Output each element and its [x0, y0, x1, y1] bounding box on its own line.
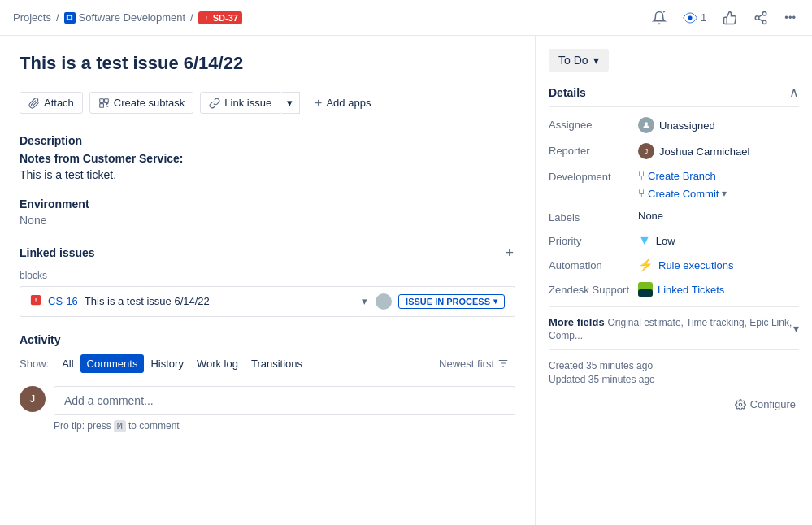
link-issue-button[interactable]: Link issue [200, 92, 280, 114]
comment-input[interactable]: Add a comment... [54, 386, 515, 415]
configure-row: Configure [549, 395, 799, 414]
add-apps-label: Add apps [326, 97, 371, 109]
configure-button[interactable]: Configure [732, 395, 799, 414]
svg-point-6 [763, 11, 767, 15]
svg-rect-13 [100, 103, 104, 107]
assignee-avatar [638, 117, 654, 133]
svg-rect-12 [104, 98, 108, 102]
notification-button[interactable] [649, 7, 670, 28]
rule-executions-link[interactable]: Rule executions [658, 259, 734, 271]
labels-label: Labels [549, 210, 638, 223]
reporter-avatar: J [638, 143, 654, 159]
tab-transitions[interactable]: Transitions [245, 354, 309, 373]
top-nav: Projects / Software Development / ! SD-3… [0, 0, 812, 36]
sep2: / [190, 11, 193, 24]
svg-rect-1 [68, 16, 72, 20]
svg-point-16 [645, 122, 648, 125]
created-timestamp: Created 35 minutes ago [549, 360, 799, 371]
linked-issue-item: ! CS-16 This is a test issue 6/14/22 ▾ I… [20, 286, 515, 317]
project-icon [64, 12, 76, 24]
tab-all[interactable]: All [55, 354, 80, 373]
linked-issues-section: Linked issues + blocks ! CS-16 This is a… [20, 243, 515, 317]
attach-button[interactable]: Attach [20, 92, 83, 114]
more-fields[interactable]: More fields Original estimate, Time trac… [549, 306, 799, 350]
tab-comments[interactable]: Comments [80, 354, 145, 373]
svg-point-8 [763, 20, 767, 24]
blocks-label: blocks [20, 270, 515, 281]
description-notes-heading: Notes from Customer Service: [20, 152, 515, 165]
nav-icons: 1 ••• [649, 7, 799, 28]
automation-icon: ⚡ [638, 258, 654, 272]
status-button[interactable]: To Do ▾ [549, 49, 609, 72]
pro-tip-key: M [114, 420, 126, 432]
status-chevron-icon: ▾ [493, 297, 497, 306]
assignee-value: Unassigned [638, 117, 799, 133]
development-row: Development ⑂ Create Branch ⑂ Create Com… [549, 169, 799, 200]
linked-issue-status[interactable]: ISSUE IN PROCESS ▾ [398, 294, 505, 309]
project-name-link[interactable]: Software Development [79, 11, 186, 24]
create-subtask-button[interactable]: Create subtask [89, 92, 193, 114]
environment-value: None [20, 214, 515, 227]
description-body: This is a test ticket. [20, 168, 515, 181]
reporter-name: Joshua Carmichael [659, 145, 749, 158]
add-apps-button[interactable]: + Add apps [306, 92, 379, 115]
collapse-details-button[interactable]: ∧ [789, 85, 799, 100]
projects-link[interactable]: Projects [13, 11, 51, 24]
activity-section: Activity Show: All Comments History Work… [20, 333, 515, 432]
pro-tip: Pro tip: press M to comment [54, 420, 515, 432]
more-fields-label: More fields [549, 316, 605, 328]
status-chevron-icon: ▾ [593, 54, 599, 67]
comment-placeholder: Add a comment... [64, 394, 154, 407]
comment-area: J Add a comment... [20, 386, 515, 415]
more-fields-content: More fields Original estimate, Time trac… [549, 315, 793, 341]
linked-issue-expand[interactable]: ▾ [360, 293, 369, 309]
assignee-name: Unassigned [659, 119, 715, 132]
environment-section: Environment None [20, 197, 515, 227]
labels-row: Labels None [549, 210, 799, 223]
like-button[interactable] [719, 7, 740, 28]
activity-tabs: Show: All Comments History Work log Tran… [20, 354, 515, 373]
sep1: / [56, 11, 59, 24]
linked-issue-avatar [376, 293, 392, 310]
sort-button[interactable]: Newest first [432, 354, 515, 373]
status-label: ISSUE IN PROCESS [406, 297, 490, 306]
zendesk-icon [638, 282, 653, 297]
svg-point-19 [739, 403, 742, 406]
zendesk-label: Zendesk Support [549, 282, 638, 296]
watch-count: 1 [701, 11, 706, 24]
more-icon: ••• [784, 11, 796, 24]
svg-rect-11 [100, 98, 104, 102]
priority-icon: ▼ [638, 233, 651, 248]
share-button[interactable] [750, 7, 771, 28]
dev-links: ⑂ Create Branch ⑂ Create Commit ▾ [638, 169, 727, 200]
add-linked-issue-button[interactable]: + [503, 243, 515, 263]
svg-text:!: ! [35, 297, 37, 304]
tab-worklog[interactable]: Work log [190, 354, 245, 373]
create-subtask-label: Create subtask [114, 97, 185, 109]
commit-chevron-icon: ▾ [722, 188, 727, 199]
create-branch-row: ⑂ Create Branch [638, 169, 727, 182]
linked-issue-key[interactable]: CS-16 [48, 295, 78, 307]
linked-issues-title: Linked issues [20, 246, 95, 259]
tab-history[interactable]: History [144, 354, 189, 373]
create-branch-link[interactable]: Create Branch [648, 170, 716, 182]
linked-issue-title: This is a test issue 6/14/22 [85, 295, 354, 307]
reporter-row: Reporter J Joshua Carmichael [549, 143, 799, 159]
watch-button[interactable]: 1 [680, 7, 710, 28]
status-label: To Do [558, 54, 588, 67]
right-panel: To Do ▾ Details ∧ Assignee Unassigned Re… [536, 36, 812, 525]
left-panel: This is a test issue 6/14/22 Attach Crea… [0, 36, 536, 525]
updated-timestamp: Updated 35 minutes ago [549, 374, 799, 385]
link-issue-dropdown[interactable]: ▾ [280, 92, 300, 114]
issue-type-icon: ! SD-37 [198, 11, 242, 24]
development-label: Development [549, 169, 638, 183]
linked-issue-type-icon: ! [30, 294, 41, 308]
link-issue-split: Link issue ▾ [200, 92, 300, 114]
linked-tickets-link[interactable]: Linked Tickets [658, 284, 724, 296]
svg-text:!: ! [206, 15, 207, 21]
create-commit-link[interactable]: Create Commit [648, 188, 719, 200]
svg-point-5 [688, 15, 693, 20]
breadcrumb: Projects / Software Development / ! SD-3… [13, 11, 242, 24]
timestamps: Created 35 minutes ago Updated 35 minute… [549, 360, 799, 385]
more-options-button[interactable]: ••• [781, 8, 799, 27]
